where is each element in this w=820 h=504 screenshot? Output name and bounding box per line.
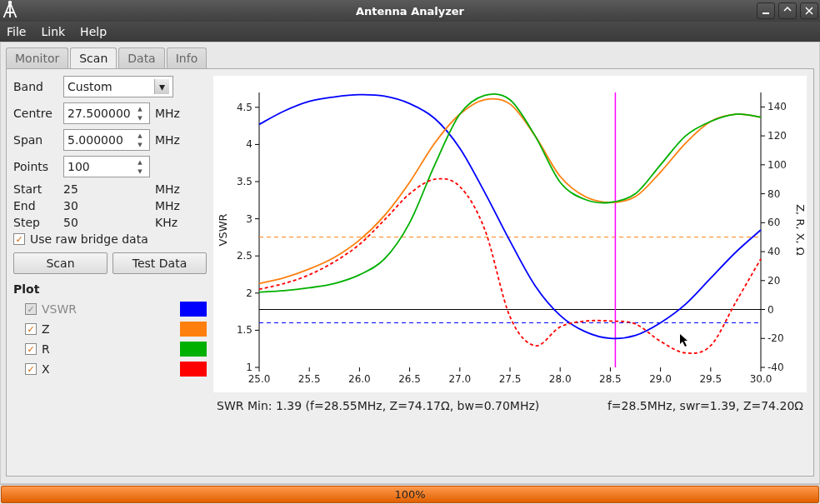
z-series-label: Z — [42, 322, 175, 336]
tab-monitor[interactable]: Monitor — [6, 47, 68, 68]
x-swatch — [180, 362, 207, 377]
spin-down-icon[interactable]: ▼ — [134, 113, 146, 122]
tabbar: Monitor Scan Data Info — [6, 47, 814, 68]
points-input[interactable]: 100 ▲▼ — [63, 156, 150, 177]
progress-bar: 100% — [0, 484, 820, 504]
svg-text:120: 120 — [768, 130, 787, 142]
menu-link[interactable]: Link — [41, 25, 65, 38]
band-label: Band — [13, 80, 58, 93]
svg-text:2.5: 2.5 — [237, 250, 252, 262]
test-data-button[interactable]: Test Data — [112, 252, 207, 274]
centre-value: 27.500000 — [68, 107, 131, 120]
start-unit: MHz — [155, 182, 188, 196]
spin-up-icon[interactable]: ▲ — [134, 131, 146, 140]
svg-text:Z, R, X, Ω: Z, R, X, Ω — [794, 204, 807, 256]
plot-heading: Plot — [13, 282, 207, 296]
svg-text:VSWR: VSWR — [217, 213, 229, 246]
progress-percent: 100% — [0, 485, 820, 504]
minimize-button[interactable] — [757, 2, 775, 19]
svg-text:3.5: 3.5 — [237, 176, 252, 187]
menu-file[interactable]: File — [7, 25, 26, 38]
spin-down-icon[interactable]: ▼ — [134, 167, 146, 176]
end-unit: MHz — [155, 199, 188, 212]
vswr-series-label: VSWR — [42, 302, 175, 316]
svg-text:29.5: 29.5 — [699, 373, 722, 385]
x-checkbox[interactable] — [25, 363, 37, 375]
step-unit: KHz — [155, 216, 188, 229]
svg-text:140: 140 — [768, 101, 787, 112]
z-checkbox[interactable] — [25, 323, 37, 335]
chevron-down-icon: ▾ — [154, 79, 169, 94]
svg-text:27.0: 27.0 — [448, 373, 471, 385]
svg-text:60: 60 — [768, 217, 780, 228]
svg-text:25.0: 25.0 — [248, 373, 271, 385]
svg-text:1: 1 — [246, 362, 252, 373]
start-label: Start — [13, 182, 63, 196]
centre-label: Centre — [13, 107, 58, 120]
end-label: End — [13, 199, 63, 212]
r-swatch — [180, 342, 207, 357]
svg-text:1.5: 1.5 — [237, 324, 252, 336]
band-select[interactable]: Custom ▾ — [63, 76, 173, 97]
window-title: Antenna Analyzer — [356, 5, 464, 17]
r-series-label: R — [42, 342, 175, 356]
svg-text:27.5: 27.5 — [499, 373, 522, 385]
spin-down-icon[interactable]: ▼ — [134, 140, 146, 149]
chart-area[interactable]: 25.025.526.026.527.027.528.028.529.029.5… — [213, 76, 807, 392]
band-value: Custom — [68, 80, 112, 93]
points-value: 100 — [68, 160, 90, 173]
cursor-status: f=28.5MHz, swr=1.39, Z=74.20Ω — [608, 399, 803, 412]
span-unit: MHz — [155, 133, 188, 147]
spin-up-icon[interactable]: ▲ — [134, 157, 146, 167]
svg-text:-20: -20 — [768, 332, 784, 344]
step-value: 50 — [63, 216, 155, 229]
scan-sidebar: Band Custom ▾ Centre 27.500000 ▲▼ MHz Sp… — [13, 76, 207, 469]
raw-bridge-checkbox[interactable] — [13, 233, 25, 245]
svg-text:80: 80 — [768, 188, 780, 200]
titlebar: Antenna Analyzer — [0, 0, 820, 22]
svg-text:2: 2 — [246, 287, 252, 299]
svg-text:26.5: 26.5 — [398, 373, 421, 385]
svg-text:100: 100 — [768, 159, 787, 171]
svg-text:26.0: 26.0 — [348, 373, 371, 385]
svg-text:4: 4 — [246, 138, 252, 150]
scan-button[interactable]: Scan — [13, 252, 108, 274]
tab-data[interactable]: Data — [118, 47, 164, 68]
spin-up-icon[interactable]: ▲ — [134, 104, 146, 113]
svg-text:0: 0 — [768, 304, 774, 316]
menu-help[interactable]: Help — [80, 25, 107, 38]
svg-text:30.0: 30.0 — [750, 373, 772, 385]
end-value: 30 — [63, 199, 155, 212]
raw-bridge-label: Use raw bridge data — [30, 232, 148, 246]
close-button[interactable] — [800, 2, 818, 19]
start-value: 25 — [63, 182, 155, 196]
vswr-swatch — [180, 302, 207, 317]
x-series-label: X — [42, 362, 175, 376]
span-input[interactable]: 5.000000 ▲▼ — [63, 129, 150, 151]
swr-min-status: SWR Min: 1.39 (f=28.55MHz, Z=74.17Ω, bw=… — [217, 399, 582, 412]
vswr-checkbox[interactable] — [25, 303, 37, 315]
cursor-icon — [680, 334, 690, 347]
span-value: 5.000000 — [68, 133, 123, 147]
tab-info[interactable]: Info — [167, 47, 208, 68]
svg-text:40: 40 — [768, 246, 780, 257]
z-swatch — [180, 322, 207, 337]
svg-text:25.5: 25.5 — [298, 373, 321, 385]
tab-scan[interactable]: Scan — [70, 47, 117, 68]
svg-text:28.0: 28.0 — [549, 373, 572, 385]
svg-text:4.5: 4.5 — [237, 102, 252, 113]
plot-canvas: 25.025.526.026.527.027.528.028.529.029.5… — [213, 76, 807, 392]
r-checkbox[interactable] — [25, 343, 37, 355]
menubar: File Link Help — [0, 22, 820, 42]
centre-unit: MHz — [155, 107, 188, 120]
step-label: Step — [13, 216, 63, 229]
maximize-button[interactable] — [778, 2, 797, 19]
svg-point-0 — [8, 0, 12, 4]
svg-text:29.0: 29.0 — [649, 373, 672, 385]
svg-text:28.5: 28.5 — [599, 373, 622, 385]
antenna-icon — [0, 0, 20, 22]
svg-text:-40: -40 — [768, 362, 784, 373]
centre-input[interactable]: 27.500000 ▲▼ — [63, 102, 150, 124]
svg-text:3: 3 — [246, 213, 252, 225]
svg-text:20: 20 — [768, 275, 780, 287]
